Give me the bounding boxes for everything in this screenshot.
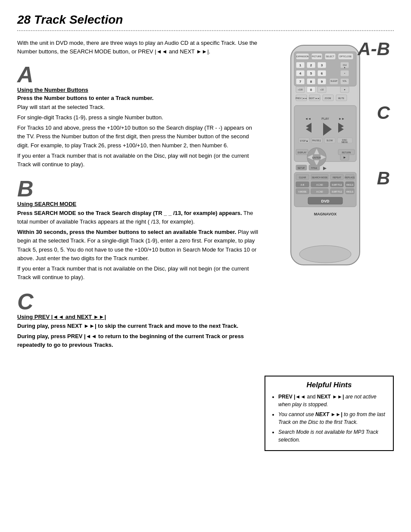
svg-text:+10: +10 bbox=[320, 88, 324, 91]
svg-text:A.CAD: A.CAD bbox=[316, 184, 323, 186]
svg-text:MENU: MENU bbox=[342, 141, 348, 143]
svg-text:SLOW: SLOW bbox=[327, 139, 333, 142]
section-b: B Using SEARCH MODE Press SEARCH MODE so… bbox=[17, 177, 258, 282]
svg-text:0: 0 bbox=[310, 88, 312, 92]
intro-text: With the unit in DVD mode, there are thr… bbox=[17, 39, 258, 56]
svg-text:STOP ■: STOP ■ bbox=[300, 140, 308, 142]
section-b-body-bold1: Within 30 seconds, press the Number butt… bbox=[17, 228, 258, 263]
section-a-body-2: For single-digit Tracks (1-9), press a s… bbox=[17, 113, 258, 122]
svg-text:MUTE: MUTE bbox=[338, 97, 345, 100]
svg-text:PLAY: PLAY bbox=[321, 117, 329, 120]
section-divider bbox=[17, 30, 394, 31]
svg-text:7: 7 bbox=[299, 80, 302, 84]
helpful-hints-body: PREV |◄◄ and NEXT ►►| are not active whe… bbox=[271, 393, 387, 444]
svg-text:ZOOM: ZOOM bbox=[325, 97, 331, 100]
svg-text:REPLACE: REPLACE bbox=[345, 176, 355, 179]
section-b-body: Press SEARCH MODE so the Track Search di… bbox=[17, 209, 258, 282]
remote-svg: EXPANSION PICTURE SELECT OPT/CLOSE 1 2 3… bbox=[282, 43, 368, 268]
section-a-subtitle: Press the Number buttons to enter a Trac… bbox=[17, 95, 258, 101]
section-c-body-bold2: During play, press PREV |◄◄ to return to… bbox=[17, 332, 258, 349]
section-b-end: If you enter a Track number that is not … bbox=[17, 264, 258, 282]
item1-bold: PREV |◄◄ bbox=[278, 394, 305, 400]
svg-text:▼: ▼ bbox=[344, 88, 346, 91]
svg-text:NEXT ►►|: NEXT ►►| bbox=[309, 97, 320, 100]
helpful-hints-item-1: PREV |◄◄ and NEXT ►►| are not active whe… bbox=[278, 393, 387, 408]
svg-text:SEARCH MODE: SEARCH MODE bbox=[311, 176, 328, 179]
section-a-title: Using the Number Buttons bbox=[17, 87, 258, 93]
svg-text:SETUP: SETUP bbox=[298, 167, 305, 169]
section-a-body-4: If you enter a Track number that is not … bbox=[17, 152, 258, 169]
item2-text: You cannot use bbox=[278, 411, 315, 417]
remote-wrapper: A-B C B EXPANSION PICTURE bbox=[267, 39, 383, 268]
section-b-bold1: Within 30 seconds, press the Number butt… bbox=[17, 229, 236, 235]
svg-text:ENTER: ENTER bbox=[312, 156, 321, 159]
section-c: C Using PREV |◄◄ and NEXT ►►| During pla… bbox=[17, 290, 258, 349]
section-a-letter: A bbox=[17, 63, 258, 86]
svg-text:A.CAD: A.CAD bbox=[316, 190, 323, 193]
svg-text:OPT/CLOSE: OPT/CLOSE bbox=[339, 55, 352, 58]
section-c-letter: C bbox=[17, 290, 258, 313]
svg-text:►►: ►► bbox=[339, 117, 345, 120]
svg-text:MAGNAVOX: MAGNAVOX bbox=[314, 212, 336, 216]
helpful-hints-container: Helpful Hints PREV |◄◄ and NEXT ►►| are … bbox=[17, 376, 394, 451]
svg-text:9: 9 bbox=[321, 80, 323, 84]
section-c-body-bold1: During play, press NEXT ►►| to skip the … bbox=[17, 322, 258, 330]
left-column: With the unit in DVD mode, there are thr… bbox=[17, 39, 258, 358]
svg-text:TITLE: TITLE bbox=[311, 167, 317, 169]
section-a: A Using the Number Buttons Press the Num… bbox=[17, 63, 258, 169]
section-c-title: Using PREV |◄◄ and NEXT ►►| bbox=[17, 314, 258, 320]
svg-text:2: 2 bbox=[310, 63, 312, 67]
svg-text:EXPANSION: EXPANSION bbox=[296, 55, 309, 58]
section-b-subtitle: Press SEARCH MODE so the Track Search di… bbox=[17, 209, 258, 226]
svg-text:SUBTITLE: SUBTITLE bbox=[332, 184, 342, 186]
svg-text:DISPLAY: DISPLAY bbox=[298, 151, 307, 154]
item2-bold: NEXT ►►| bbox=[315, 411, 342, 417]
ab-label: A-B bbox=[358, 39, 390, 59]
svg-text:6: 6 bbox=[321, 72, 323, 75]
svg-point-116 bbox=[299, 246, 351, 263]
svg-text:•: • bbox=[344, 72, 345, 75]
svg-text:5: 5 bbox=[310, 72, 312, 75]
svg-text:V.MODE: V.MODE bbox=[298, 190, 307, 193]
helpful-hints-list: PREV |◄◄ and NEXT ►►| are not active whe… bbox=[271, 393, 387, 444]
svg-text:4: 4 bbox=[299, 72, 302, 75]
svg-text:PREV |◄◄: PREV |◄◄ bbox=[296, 97, 307, 100]
helpful-hints-item-3: Search Mode is not available for MP3 Tra… bbox=[278, 428, 387, 444]
svg-text:VOL: VOL bbox=[342, 80, 347, 82]
svg-text:8: 8 bbox=[310, 80, 312, 84]
b-label: B bbox=[377, 168, 390, 189]
svg-text:◄◄: ◄◄ bbox=[305, 117, 311, 120]
svg-text:REPEAT: REPEAT bbox=[333, 176, 341, 179]
section-b-title: Using SEARCH MODE bbox=[17, 201, 258, 207]
svg-text:▲: ▲ bbox=[344, 66, 346, 68]
svg-text:SUBTITLE: SUBTITLE bbox=[332, 190, 342, 193]
svg-text:+100: +100 bbox=[298, 88, 302, 91]
svg-text:RETURN: RETURN bbox=[342, 151, 351, 154]
section-b-subtitle-bold: Press SEARCH MODE so the Track Search di… bbox=[17, 210, 242, 216]
helpful-hints-item-2: You cannot use NEXT ►►| to go from the l… bbox=[278, 411, 387, 426]
section-b-letter: B bbox=[17, 177, 258, 200]
section-a-body-1: Play will start at the selected Track. bbox=[17, 103, 258, 112]
svg-text:ANGLE: ANGLE bbox=[346, 184, 354, 186]
c-label: C bbox=[377, 103, 390, 123]
svg-text:SLEEP: SLEEP bbox=[330, 80, 338, 82]
item1-text: and bbox=[307, 394, 317, 400]
svg-text:CLEAR: CLEAR bbox=[299, 176, 306, 179]
section-c-bold1: During play, press NEXT ►►| to skip the … bbox=[17, 323, 238, 329]
svg-text:1: 1 bbox=[299, 63, 302, 67]
page-title: 28 Track Selection bbox=[17, 13, 394, 27]
svg-text:►: ► bbox=[343, 156, 346, 159]
section-a-body: Play will start at the selected Track. F… bbox=[17, 103, 258, 169]
right-column: A-B C B EXPANSION PICTURE bbox=[267, 39, 383, 358]
svg-text:SELECT: SELECT bbox=[326, 55, 334, 58]
section-c-bold2: During play, press PREV |◄◄ to return to… bbox=[17, 333, 244, 348]
svg-text:A-B: A-B bbox=[301, 184, 305, 186]
section-a-body-3: For Tracks 10 and above, press the +100/… bbox=[17, 124, 258, 149]
svg-text:3: 3 bbox=[321, 63, 323, 67]
main-layout: With the unit in DVD mode, there are thr… bbox=[17, 39, 394, 358]
svg-text:PAUSE ‖: PAUSE ‖ bbox=[312, 139, 321, 142]
helpful-hints-box: Helpful Hints PREV |◄◄ and NEXT ►►| are … bbox=[265, 376, 394, 451]
svg-text:DVD: DVD bbox=[321, 199, 330, 203]
svg-text:PICTURE: PICTURE bbox=[312, 55, 322, 58]
svg-text:ANGLE: ANGLE bbox=[346, 190, 354, 193]
